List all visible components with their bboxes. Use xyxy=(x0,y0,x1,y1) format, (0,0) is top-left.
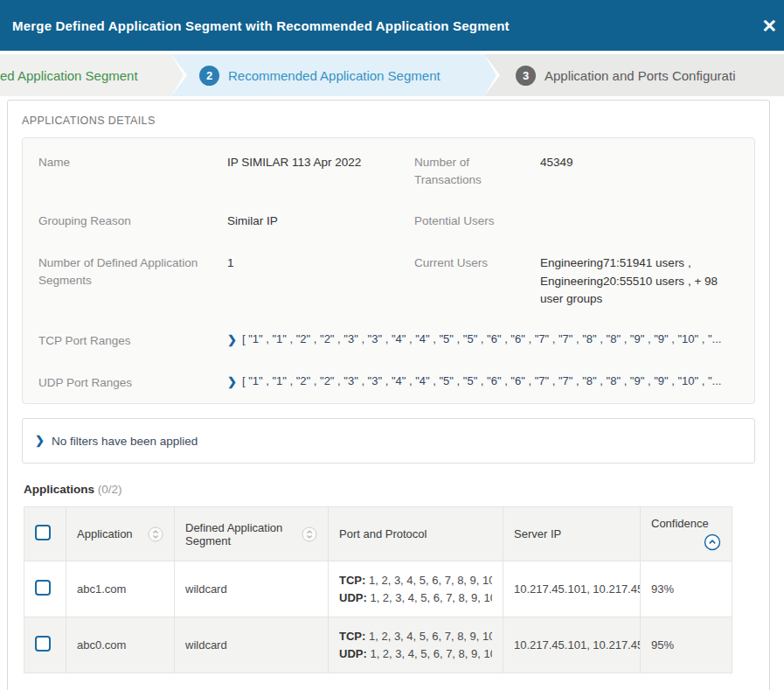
grouping-reason-value: Similar IP xyxy=(227,213,411,230)
application-cell: abc1.com xyxy=(66,561,175,617)
tcp-port-ranges-value: [ "1" , "1" , "2" , "2" , "3" , "3" , "4… xyxy=(242,332,722,345)
segment-cell: wildcard xyxy=(175,617,329,673)
dialog-header: Merge Defined Application Segment with R… xyxy=(0,0,784,51)
step-application-and-ports-configuration[interactable]: 3 Application and Ports Configurati xyxy=(484,54,784,96)
column-header-server-ip[interactable]: Server IP xyxy=(503,507,641,561)
tcp-port-ranges-row[interactable]: ❯ [ "1" , "1" , "2" , "2" , "3" , "3" , … xyxy=(227,332,739,350)
applications-selected-count: (0/2) xyxy=(98,483,122,496)
application-details-box: Name IP SIMILAR 113 Apr 2022 Number of T… xyxy=(22,137,755,404)
step-label: ed Application Segment xyxy=(0,68,138,83)
wizard-stepper: ed Application Segment 2 Recommended App… xyxy=(0,54,784,96)
merge-dialog: Merge Defined Application Segment with R… xyxy=(0,0,784,690)
step-number-badge: 2 xyxy=(199,66,219,86)
server-ip-cell: 10.217.45.101, 10.217.45.... xyxy=(503,617,641,673)
row-checkbox[interactable] xyxy=(35,580,51,596)
row-checkbox[interactable] xyxy=(35,636,51,652)
select-all-checkbox[interactable] xyxy=(35,525,51,540)
close-icon[interactable]: ✕ xyxy=(761,17,777,35)
table-header-row: Application Defined Application Segment xyxy=(24,507,732,561)
current-users-value: Engineering71:51941 users , Engineering2… xyxy=(540,254,739,308)
port-protocol-cell: TCP: 1, 2, 3, 4, 5, 6, 7, 8, 9, 10,... U… xyxy=(329,617,503,673)
sort-icon[interactable] xyxy=(302,526,317,542)
step-number-badge: 3 xyxy=(516,66,536,86)
udp-port-ranges-label: UDP Port Ranges xyxy=(38,374,224,392)
defined-segments-label: Number of Defined Application Segments xyxy=(38,254,224,308)
column-header-application[interactable]: Application xyxy=(66,507,175,561)
column-header-port-and-protocol[interactable]: Port and Protocol xyxy=(329,507,503,561)
defined-segments-value: 1 xyxy=(227,254,411,308)
potential-users-value xyxy=(540,213,739,230)
udp-port-ranges-row[interactable]: ❯ [ "1" , "1" , "2" , "2" , "3" , "3" , … xyxy=(227,374,739,392)
column-header-defined-application-segment[interactable]: Defined Application Segment xyxy=(175,507,329,561)
confidence-cell: 95% xyxy=(641,617,732,673)
step-recommended-application-segment[interactable]: 2 Recommended Application Segment xyxy=(171,54,484,96)
table-row: abc0.com wildcard TCP: 1, 2, 3, 4, 5, 6,… xyxy=(24,617,732,673)
table-row: abc1.com wildcard TCP: 1, 2, 3, 4, 5, 6,… xyxy=(24,561,732,617)
applications-heading: Applications (0/2) xyxy=(24,483,755,496)
filters-message: No filters have been applied xyxy=(52,435,198,448)
expand-chevron-icon[interactable]: ❯ xyxy=(227,332,237,348)
sort-ascending-icon[interactable] xyxy=(704,533,721,551)
applications-table: Application Defined Application Segment xyxy=(24,506,732,673)
segment-cell: wildcard xyxy=(175,561,329,617)
transactions-value: 45349 xyxy=(540,154,739,188)
confidence-cell: 93% xyxy=(641,561,732,617)
step-defined-application-segment[interactable]: ed Application Segment xyxy=(0,54,171,96)
name-label: Name xyxy=(38,154,224,188)
filters-bar[interactable]: ❯ No filters have been applied xyxy=(22,418,755,463)
transactions-label: Number of Transactions xyxy=(414,154,537,188)
section-title: APPLICATIONS DETAILS xyxy=(22,115,755,127)
dialog-title: Merge Defined Application Segment with R… xyxy=(12,18,510,33)
potential-users-label: Potential Users xyxy=(414,213,537,230)
tcp-port-ranges-label: TCP Port Ranges xyxy=(38,332,224,350)
current-users-label: Current Users xyxy=(414,254,537,308)
port-protocol-cell: TCP: 1, 2, 3, 4, 5, 6, 7, 8, 9, 10,... U… xyxy=(329,561,503,617)
udp-port-ranges-value: [ "1" , "1" , "2" , "2" , "3" , "3" , "4… xyxy=(242,374,722,387)
step-label: Recommended Application Segment xyxy=(228,68,441,83)
sort-icon[interactable] xyxy=(148,526,163,542)
step-label: Application and Ports Configurati xyxy=(545,68,735,83)
application-cell: abc0.com xyxy=(66,617,175,673)
applications-title: Applications xyxy=(24,483,94,496)
name-value: IP SIMILAR 113 Apr 2022 xyxy=(227,154,411,188)
expand-chevron-icon[interactable]: ❯ xyxy=(227,374,237,390)
grouping-reason-label: Grouping Reason xyxy=(38,213,224,230)
content-panel: APPLICATIONS DETAILS Name IP SIMILAR 113… xyxy=(7,100,770,690)
expand-chevron-icon[interactable]: ❯ xyxy=(35,433,45,449)
column-header-confidence[interactable]: Confidence xyxy=(641,507,732,561)
server-ip-cell: 10.217.45.101, 10.217.45.... xyxy=(503,561,641,617)
